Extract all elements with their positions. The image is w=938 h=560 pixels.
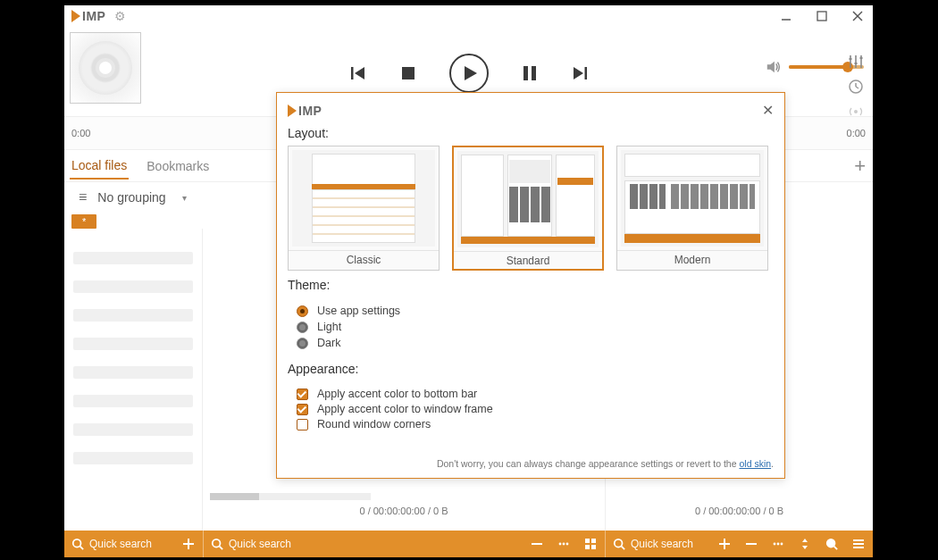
logo-text: IMP (298, 104, 322, 118)
list-item (73, 280, 193, 293)
svg-line-28 (220, 547, 223, 550)
search-button[interactable] (825, 537, 839, 551)
list-item (73, 338, 193, 350)
svg-rect-29 (532, 543, 542, 545)
settings-gear-icon[interactable]: ⚙ (114, 9, 126, 23)
svg-rect-40 (719, 543, 730, 545)
remove-button[interactable] (530, 537, 544, 551)
svg-rect-11 (584, 67, 587, 79)
layout-option-standard[interactable]: Standard (452, 146, 604, 271)
radio-icon (297, 322, 308, 333)
layout-option-modern[interactable]: Modern (616, 146, 768, 271)
layout-thumb-standard (457, 151, 599, 247)
checkbox-label: Apply accent color to bottom bar (317, 388, 477, 400)
add-button[interactable] (717, 537, 732, 551)
tab-bookmarks[interactable]: Bookmarks (145, 154, 211, 179)
appearance-accent-bottom[interactable]: Apply accent color to bottom bar (297, 388, 774, 400)
minimize-button[interactable] (778, 8, 794, 24)
layout-section-label: Layout: (288, 126, 774, 140)
svg-rect-16 (850, 58, 852, 60)
left-panel (64, 229, 203, 531)
grouping-selector[interactable]: ≡ No grouping ▾ (71, 189, 210, 205)
theme-option-light[interactable]: Light (297, 321, 774, 333)
checkbox-label: Apply accent color to window frame (317, 403, 493, 415)
search-icon (211, 538, 223, 550)
list-item (73, 366, 193, 379)
radio-icon (297, 305, 308, 317)
svg-rect-36 (591, 545, 596, 549)
svg-line-24 (80, 547, 84, 550)
svg-line-38 (622, 547, 625, 550)
right-status-text: 0 / 00:00:00:00 / 0 B (695, 506, 783, 522)
hint-text-post: . (771, 458, 774, 469)
broadcast-button[interactable] (848, 104, 864, 120)
more-button[interactable] (771, 537, 785, 551)
list-item (73, 395, 193, 407)
volume-icon (766, 59, 782, 75)
checkbox-icon (297, 404, 308, 415)
svg-rect-8 (523, 66, 528, 80)
theme-option-dark[interactable]: Dark (297, 337, 774, 349)
svg-marker-12 (767, 62, 775, 73)
dialog-logo: IMP (288, 104, 322, 118)
view-grid-button[interactable] (583, 537, 598, 551)
remove-button[interactable] (744, 537, 758, 551)
play-button[interactable] (449, 54, 489, 93)
checkbox-icon (297, 389, 308, 400)
stop-button[interactable] (399, 64, 417, 82)
sort-button[interactable] (798, 537, 812, 551)
dialog-close-button[interactable]: ✕ (762, 102, 774, 119)
dialog-hint: Don't worry, you can always change appea… (288, 457, 774, 471)
next-button[interactable] (571, 64, 589, 82)
close-button[interactable] (850, 8, 866, 24)
tab-local-files[interactable]: Local files (70, 153, 129, 180)
list-item (73, 252, 193, 264)
equalizer-button[interactable] (848, 54, 864, 70)
appearance-accent-frame[interactable]: Apply accent color to window frame (297, 403, 774, 415)
svg-rect-33 (585, 539, 590, 543)
app-window: IMP ⚙ 0:00 (64, 5, 873, 557)
skin-settings-dialog: IMP ✕ Layout: Classic Standard Modern Th… (276, 92, 785, 479)
quick-search-right[interactable]: Quick search (613, 538, 693, 550)
layout-caption: Classic (289, 250, 439, 268)
svg-rect-6 (402, 67, 415, 79)
chevron-down-icon: ▾ (182, 193, 187, 203)
scheduler-button[interactable] (848, 79, 864, 95)
transport-controls (349, 54, 589, 93)
appearance-round-corners[interactable]: Round window corners (297, 418, 774, 430)
menu-button[interactable] (851, 537, 866, 551)
add-tab-button[interactable]: + (854, 156, 866, 176)
checkbox-label: Round window corners (317, 418, 431, 430)
layout-thumb-modern (621, 150, 764, 247)
svg-rect-34 (591, 539, 596, 543)
svg-point-23 (73, 539, 81, 547)
layout-option-classic[interactable]: Classic (288, 146, 440, 271)
album-art[interactable] (70, 32, 141, 104)
horizontal-scrollbar[interactable] (210, 493, 371, 500)
titlebar: IMP ⚙ (64, 5, 873, 27)
more-button[interactable] (557, 537, 571, 551)
svg-rect-26 (183, 543, 194, 545)
old-skin-link[interactable]: old skin (739, 458, 771, 469)
add-button[interactable] (181, 537, 196, 551)
bottom-bar: Quick search Quick search Quick search (64, 531, 873, 557)
svg-rect-9 (532, 66, 536, 80)
bottom-segment-left: Quick search (64, 531, 203, 557)
layout-thumb-classic (292, 150, 435, 247)
appearance-section-label: Appearance: (288, 362, 774, 376)
pause-button[interactable] (521, 64, 539, 82)
logo-triangle-icon (71, 10, 80, 22)
window-controls (778, 8, 866, 24)
quick-search-left[interactable]: Quick search (71, 538, 152, 550)
maximize-button[interactable] (814, 8, 830, 24)
time-total: 0:00 (847, 128, 866, 138)
mid-status-text: 0 / 00:00:00:00 / 0 B (359, 506, 448, 522)
time-elapsed: 0:00 (71, 128, 90, 138)
theme-option-app[interactable]: Use app settings (297, 305, 774, 317)
previous-button[interactable] (349, 64, 367, 82)
filter-all-chip[interactable]: * (71, 214, 96, 229)
search-placeholder: Quick search (631, 538, 693, 550)
quick-search-middle[interactable]: Quick search (211, 538, 291, 550)
svg-rect-51 (853, 547, 864, 548)
svg-rect-41 (746, 543, 757, 545)
